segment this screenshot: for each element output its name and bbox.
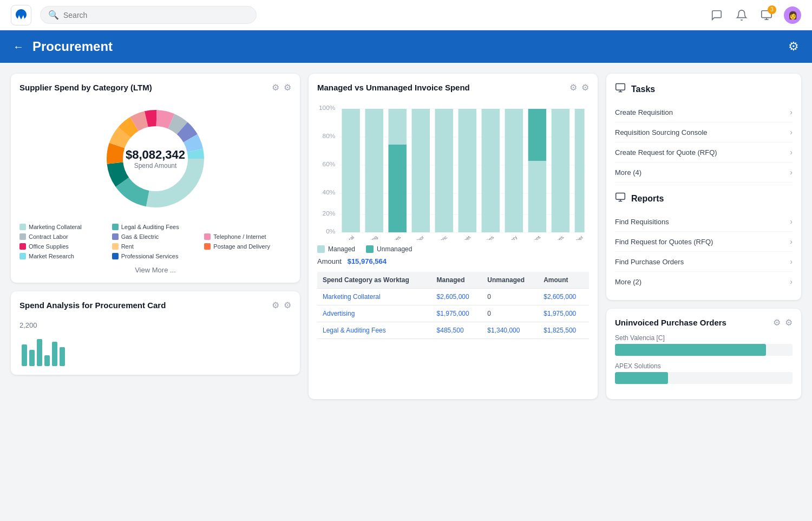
legend-label: Market Research bbox=[29, 253, 74, 259]
amount-value: $15,976,564 bbox=[348, 257, 387, 265]
settings-button[interactable]: ⚙ bbox=[788, 40, 799, 54]
legend-item: Postage and Delivery bbox=[204, 243, 291, 250]
chat-icon[interactable] bbox=[709, 8, 724, 23]
svg-text:20%: 20% bbox=[323, 211, 336, 217]
filter-icon[interactable]: ⚙ bbox=[272, 300, 279, 310]
filter-icon[interactable]: ⚙ bbox=[272, 82, 279, 93]
unmanaged-legend: Unmanaged bbox=[366, 245, 412, 253]
nav-icons: 3 👩 bbox=[709, 6, 801, 24]
card-icon-group: ⚙ ⚙ bbox=[272, 82, 291, 93]
row-unmanaged: 0 bbox=[482, 289, 538, 305]
spend-analysis-header: Spend Analysis for Procurement Card ⚙ ⚙ bbox=[19, 300, 291, 310]
legend-label: Gas & Electric bbox=[121, 233, 159, 240]
stacked-bar-chart: 100% 80% 60% 40% 20% 0% bbox=[317, 99, 589, 240]
legend-dot bbox=[19, 224, 26, 230]
table-row: Legal & Auditing Fees $485,500 $1,340,00… bbox=[317, 322, 589, 339]
supplier-spend-card: Supplier Spend by Category (LTM) ⚙ ⚙ bbox=[11, 74, 300, 283]
managed-legend-label: Managed bbox=[328, 245, 355, 253]
legend-dot bbox=[204, 233, 211, 240]
svg-rect-35 bbox=[528, 109, 546, 161]
legend-item: Gas & Electric bbox=[112, 233, 199, 240]
svg-text:Other: Other bbox=[571, 235, 585, 240]
spend-analysis-value: 2,200 bbox=[19, 317, 291, 334]
legend-dot bbox=[112, 224, 119, 230]
chevron-right-icon: › bbox=[790, 128, 793, 136]
row-managed: $485,500 bbox=[431, 322, 482, 339]
legend-label: Postage and Delivery bbox=[213, 243, 270, 250]
legend-dot bbox=[19, 243, 26, 250]
legend-label: Telephone / Internet bbox=[213, 233, 266, 240]
legend-label: Marketing Collateral bbox=[29, 224, 82, 230]
svg-text:Rent: Rent bbox=[530, 235, 542, 240]
table-row: Advertising $1,975,000 0 $1,975,000 bbox=[317, 305, 589, 322]
unmanaged-legend-label: Unmanaged bbox=[377, 245, 412, 253]
settings-icon[interactable]: ⚙ bbox=[785, 317, 793, 328]
svg-text:Contract Labor: Contract Labor bbox=[397, 235, 425, 240]
row-amount: $2,605,000 bbox=[538, 289, 589, 305]
spend-table: Spend Category as Worktag Managed Unmana… bbox=[317, 272, 589, 339]
report-find-requisitions[interactable]: Find Requisitions › bbox=[615, 212, 793, 232]
task-label: Find Request for Quotes (RFQ) bbox=[615, 238, 713, 246]
svg-rect-36 bbox=[528, 161, 546, 232]
svg-text:60%: 60% bbox=[323, 161, 336, 167]
settings-icon[interactable]: ⚙ bbox=[581, 82, 589, 93]
chevron-right-icon: › bbox=[790, 257, 793, 266]
task-label: More (2) bbox=[615, 278, 641, 286]
view-more-link[interactable]: View More ... bbox=[19, 266, 291, 274]
uninvoiced-bars: Seth Valencia [C] APEX Solutions bbox=[615, 334, 793, 384]
filter-icon[interactable]: ⚙ bbox=[773, 317, 781, 328]
amount-label: Amount bbox=[317, 257, 342, 265]
settings-icon[interactable]: ⚙ bbox=[284, 82, 291, 93]
task-sourcing-console[interactable]: Requisition Sourcing Console › bbox=[615, 122, 793, 142]
card-icon-group: ⚙ ⚙ bbox=[773, 317, 793, 328]
row-category[interactable]: Marketing Collateral bbox=[317, 289, 431, 305]
task-label: Find Purchase Orders bbox=[615, 258, 684, 266]
top-nav: 🔍 3 👩 bbox=[0, 0, 812, 30]
svg-text:Gas & Electric: Gas & Electric bbox=[421, 235, 449, 240]
tasks-icon bbox=[615, 82, 626, 96]
managed-legend-box bbox=[317, 245, 325, 253]
legend-dot bbox=[112, 243, 119, 250]
avatar[interactable]: 👩 bbox=[784, 6, 801, 24]
report-find-rfq[interactable]: Find Request for Quotes (RFQ) › bbox=[615, 232, 793, 252]
legend-item: Market Research bbox=[19, 253, 107, 259]
main-content: Supplier Spend by Category (LTM) ⚙ ⚙ bbox=[0, 63, 812, 410]
task-label: Create Requisition bbox=[615, 108, 673, 116]
svg-rect-37 bbox=[552, 109, 569, 232]
row-unmanaged: 0 bbox=[482, 305, 538, 322]
inbox-icon[interactable]: 3 bbox=[759, 8, 774, 23]
search-input[interactable] bbox=[63, 11, 248, 19]
hbar-label: Seth Valencia [C] bbox=[615, 334, 793, 342]
left-column: Supplier Spend by Category (LTM) ⚙ ⚙ bbox=[11, 74, 300, 399]
hbar-row: Seth Valencia [C] bbox=[615, 334, 793, 356]
hbar-row: APEX Solutions bbox=[615, 362, 793, 384]
reports-section: Reports Find Requisitions › Find Request… bbox=[615, 185, 793, 291]
legend-item: Legal & Auditing Fees bbox=[112, 224, 199, 230]
search-bar[interactable]: 🔍 bbox=[40, 6, 257, 24]
settings-icon[interactable]: ⚙ bbox=[284, 300, 291, 310]
header-bar: ← Procurement ⚙ bbox=[0, 30, 812, 63]
managed-unmanaged-title: Managed vs Unmanaged Invoice Spend bbox=[317, 83, 470, 92]
bell-icon[interactable] bbox=[734, 8, 749, 23]
card-icon-group: ⚙ ⚙ bbox=[569, 82, 589, 93]
row-unmanaged: $1,340,000 bbox=[482, 322, 538, 339]
svg-rect-34 bbox=[505, 109, 523, 232]
hbar-track bbox=[615, 372, 793, 384]
back-button[interactable]: ← bbox=[13, 41, 24, 53]
svg-rect-50 bbox=[616, 84, 625, 90]
row-category[interactable]: Legal & Auditing Fees bbox=[317, 322, 431, 339]
row-category[interactable]: Advertising bbox=[317, 305, 431, 322]
task-more[interactable]: More (4) › bbox=[615, 162, 793, 183]
report-find-purchase-orders[interactable]: Find Purchase Orders › bbox=[615, 252, 793, 272]
right-panel: Tasks Create Requisition › Requisition S… bbox=[606, 74, 801, 399]
chart-legend: Managed Unmanaged bbox=[317, 245, 589, 253]
col-amount: Amount bbox=[538, 272, 589, 289]
unmanaged-legend-box bbox=[366, 245, 374, 253]
task-create-requisition[interactable]: Create Requisition › bbox=[615, 102, 793, 122]
donut-amount: $8,082,342 bbox=[126, 148, 185, 162]
filter-icon[interactable]: ⚙ bbox=[569, 82, 577, 93]
task-create-rfq[interactable]: Create Request for Quote (RFQ) › bbox=[615, 142, 793, 162]
report-more[interactable]: More (2) › bbox=[615, 272, 793, 291]
reports-title: Reports bbox=[631, 194, 664, 204]
managed-unmanaged-header: Managed vs Unmanaged Invoice Spend ⚙ ⚙ bbox=[317, 82, 589, 93]
